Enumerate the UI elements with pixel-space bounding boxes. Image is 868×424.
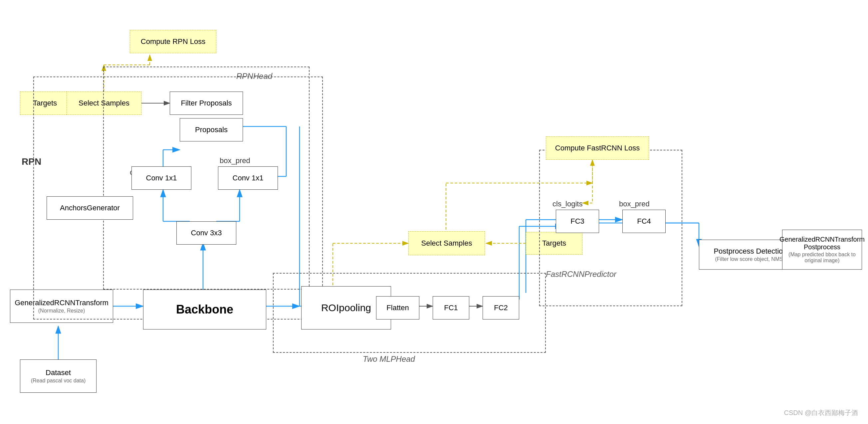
fc3-box: FC3 bbox=[556, 210, 599, 233]
backbone-label: Backbone bbox=[176, 303, 233, 316]
fastrcnn-predictor-label: FastRCNNPredictor bbox=[546, 270, 616, 279]
diagram-container: Dataset (Read pascal voc data) Generaliz… bbox=[0, 0, 868, 424]
watermark: CSDN @白衣西鄙梅子酒 bbox=[784, 408, 858, 417]
compute-rpn-loss-label: Compute RPN Loss bbox=[141, 37, 205, 46]
conv3x3-box: Conv 3x3 bbox=[176, 221, 236, 245]
two-mlphead-label: Two MLPHead bbox=[363, 355, 415, 364]
fc3-label: FC3 bbox=[570, 217, 584, 225]
two-mlphead-region bbox=[273, 273, 546, 353]
generalized-postprocess-sublabel: (Map predicted bbox back to original ima… bbox=[782, 252, 862, 264]
fc4-box: FC4 bbox=[622, 210, 665, 233]
backbone-box: Backbone bbox=[143, 290, 266, 330]
generalized-postprocess-box: GeneralizedRCNNTransform Postprocess (Ma… bbox=[782, 230, 862, 270]
box-pred1-label-text: box_pred bbox=[220, 156, 250, 165]
dataset-box: Dataset (Read pascal voc data) bbox=[20, 359, 96, 393]
select-samples2-box: Select Samples bbox=[408, 231, 485, 255]
conv1x1-cls-label: Conv 1x1 bbox=[146, 174, 177, 182]
postprocess-detections-sublabel: (Filter low score object, NMS...) bbox=[715, 256, 789, 262]
conv3x3-label: Conv 3x3 bbox=[191, 229, 222, 237]
dataset-sublabel: (Read pascal voc data) bbox=[31, 378, 86, 384]
conv1x1-box-box: Conv 1x1 bbox=[218, 166, 278, 190]
box-pred2-label-text: box_pred bbox=[619, 200, 650, 208]
conv1x1-cls-box: Conv 1x1 bbox=[131, 166, 191, 190]
compute-fastrcnn-loss-label: Compute FastRCNN Loss bbox=[555, 144, 640, 152]
dataset-label: Dataset bbox=[45, 368, 71, 377]
anchors-generator-box: AnchorsGenerator bbox=[46, 196, 133, 220]
anchors-generator-label: AnchorsGenerator bbox=[60, 204, 120, 212]
compute-fastrcnn-loss-box: Compute FastRCNN Loss bbox=[546, 137, 649, 160]
cls-logits2-label-text: cls_logits bbox=[553, 200, 583, 208]
generalized-postprocess-label: GeneralizedRCNNTransform Postprocess bbox=[779, 236, 865, 251]
select-samples2-label: Select Samples bbox=[421, 239, 472, 248]
postprocess-detections-label: Postprocess Detections bbox=[714, 247, 790, 255]
fc4-label: FC4 bbox=[637, 217, 651, 225]
compute-rpn-loss-box: Compute RPN Loss bbox=[130, 30, 216, 53]
conv1x1-box-label: Conv 1x1 bbox=[232, 174, 264, 182]
